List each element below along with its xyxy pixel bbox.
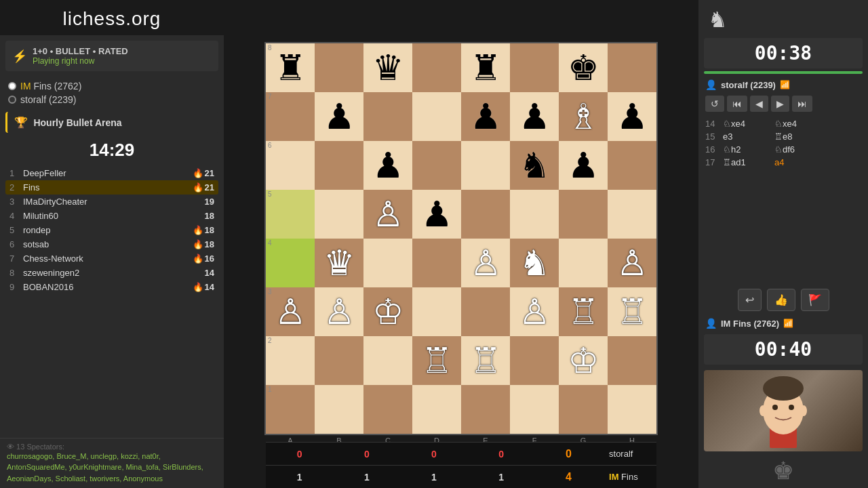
last-move-btn[interactable]: ⏭ <box>792 96 812 112</box>
square[interactable]: ♞ <box>510 239 559 287</box>
square[interactable]: ♜ <box>461 43 510 92</box>
square[interactable] <box>559 239 608 287</box>
square[interactable]: ♟ <box>608 92 656 141</box>
square[interactable] <box>315 141 363 190</box>
square[interactable]: ♜8 <box>266 43 315 92</box>
flag-button[interactable]: 🚩 <box>801 289 829 311</box>
score-s1: 0 <box>266 449 333 460</box>
square[interactable]: ♙ <box>461 239 510 287</box>
square[interactable]: ♟ <box>559 141 608 190</box>
move-white[interactable]: ♘h2 <box>723 144 770 155</box>
square[interactable] <box>559 385 608 434</box>
first-move-btn[interactable]: ⏮ <box>727 96 747 112</box>
leaderboard-row[interactable]: 5 rondep 🔥 18 <box>5 223 218 237</box>
square[interactable]: ♖ <box>559 287 608 336</box>
square[interactable] <box>608 190 656 239</box>
leaderboard-row[interactable]: 7 Chess-Network 🔥 16 <box>5 251 218 266</box>
square[interactable]: ♖ <box>412 336 461 385</box>
avatar-image <box>704 370 863 451</box>
square[interactable]: ♖ <box>608 287 656 336</box>
square[interactable]: ♟ <box>461 92 510 141</box>
square[interactable] <box>315 43 363 92</box>
square[interactable]: ♞ <box>510 141 559 190</box>
square[interactable] <box>510 336 559 385</box>
move-white[interactable]: e3 <box>723 131 770 142</box>
square[interactable]: ♙ <box>363 190 412 239</box>
square[interactable] <box>608 141 656 190</box>
square[interactable]: 2 <box>266 336 315 385</box>
leaderboard-row[interactable]: 2 Fins 🔥 21 <box>5 180 218 195</box>
undo-button[interactable]: ↩ <box>738 289 762 311</box>
square[interactable]: 4 <box>266 239 315 287</box>
move-white[interactable]: ♖ad1 <box>723 157 770 167</box>
move-black[interactable]: ♘xe4 <box>774 119 822 129</box>
move-black[interactable]: ♘df6 <box>774 144 822 155</box>
square[interactable] <box>315 190 363 239</box>
square[interactable]: ♙3 <box>266 287 315 336</box>
square[interactable] <box>412 92 461 141</box>
move-white[interactable]: ♘xe4 <box>723 119 770 129</box>
square[interactable] <box>315 336 363 385</box>
square[interactable] <box>510 43 559 92</box>
square[interactable]: ♔ <box>363 287 412 336</box>
refresh-btn[interactable]: ↺ <box>705 96 724 112</box>
square[interactable] <box>315 385 363 434</box>
leaderboard-row[interactable]: 3 IMaDirtyCheater 19 <box>5 195 218 209</box>
white-piece: ♖ <box>421 343 453 378</box>
arena-name[interactable]: Hourly Bullet Arena <box>33 117 121 128</box>
rank-label: 7 <box>268 94 272 100</box>
leaderboard-row[interactable]: 6 sotsab 🔥 18 <box>5 237 218 251</box>
square[interactable] <box>363 336 412 385</box>
leaderboard-row[interactable]: 1 DeepFeller 🔥 21 <box>5 166 218 180</box>
square[interactable] <box>461 141 510 190</box>
square[interactable]: ♛ <box>363 43 412 92</box>
move-black[interactable]: a4 <box>774 157 822 167</box>
square[interactable]: ♙ <box>510 287 559 336</box>
square[interactable]: ♗ <box>559 92 608 141</box>
square[interactable]: ♛ <box>315 239 363 287</box>
square[interactable]: 1 <box>266 385 315 434</box>
move-black[interactable]: ♖e8 <box>774 131 822 142</box>
lb-score: 18 <box>205 239 214 249</box>
square[interactable] <box>608 385 656 434</box>
svg-point-2 <box>772 405 778 410</box>
square[interactable] <box>412 287 461 336</box>
svg-point-3 <box>789 405 794 410</box>
leaderboard-row[interactable]: 8 szeweningen2 14 <box>5 266 218 280</box>
square[interactable]: ♟ <box>510 92 559 141</box>
square[interactable] <box>510 385 559 434</box>
square[interactable] <box>412 385 461 434</box>
square[interactable]: ♔ <box>559 336 608 385</box>
leaderboard-row[interactable]: 4 Milutin60 18 <box>5 209 218 223</box>
square[interactable] <box>461 287 510 336</box>
square[interactable]: 5 <box>266 190 315 239</box>
square[interactable] <box>363 92 412 141</box>
square[interactable]: ♟ <box>412 190 461 239</box>
square[interactable]: ♙ <box>315 287 363 336</box>
like-button[interactable]: 👍 <box>767 289 795 311</box>
square[interactable] <box>461 190 510 239</box>
square[interactable] <box>412 43 461 92</box>
prev-move-btn[interactable]: ◀ <box>750 96 768 112</box>
square[interactable] <box>461 385 510 434</box>
square[interactable] <box>559 190 608 239</box>
square[interactable]: ♟ <box>315 92 363 141</box>
site-logo[interactable]: lichess.org <box>63 8 161 29</box>
square[interactable] <box>363 239 412 287</box>
white-piece: ♛ <box>323 245 355 281</box>
square[interactable] <box>412 141 461 190</box>
square[interactable]: 7 <box>266 92 315 141</box>
square[interactable] <box>608 336 656 385</box>
chessboard[interactable]: ♜8♛♜♚7♟♟♟♗♟6♟♞♟5♙♟4♛♙♞♙♙3♙♔♙♖♖2♖♖♔1 <box>264 42 658 435</box>
leaderboard-row[interactable]: 9 BOBAN2016 🔥 14 <box>5 280 218 294</box>
square[interactable]: ♟ <box>363 141 412 190</box>
square[interactable] <box>608 43 656 92</box>
square[interactable] <box>363 385 412 434</box>
square[interactable]: ♚ <box>559 43 608 92</box>
square[interactable]: ♙ <box>608 239 656 287</box>
next-move-btn[interactable]: ▶ <box>771 96 789 112</box>
square[interactable] <box>510 190 559 239</box>
square[interactable] <box>412 239 461 287</box>
square[interactable]: ♖ <box>461 336 510 385</box>
square[interactable]: 6 <box>266 141 315 190</box>
